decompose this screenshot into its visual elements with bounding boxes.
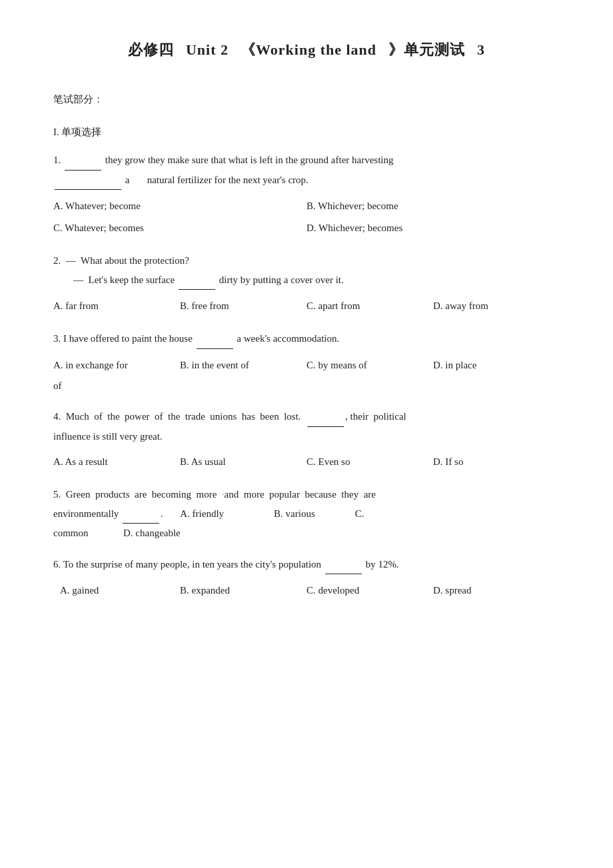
q1-optA: A. Whatever; become xyxy=(53,195,306,217)
q2-blank xyxy=(179,270,215,290)
q1-blank2 xyxy=(55,171,121,191)
q2-optD: D. away from xyxy=(433,295,560,317)
section1-label: I. 单项选择 xyxy=(53,126,560,139)
title-part4: 》单元测试 xyxy=(388,40,465,60)
q5-blank xyxy=(123,504,159,524)
q3-optB: B. in the event of xyxy=(180,354,306,376)
q6-blank xyxy=(325,555,362,575)
q5-highlight: · xyxy=(222,489,225,500)
q3-optA: A. in exchange for xyxy=(53,354,180,376)
question-4: 4. Much of the power of the trade unions… xyxy=(53,407,560,473)
question-6: 6. To the surprise of many people, in te… xyxy=(53,555,560,602)
title-part1: 必修四 xyxy=(128,40,174,60)
q4-optA: A. As a result xyxy=(53,451,180,473)
question-1: 1. they grow they make sure that what is… xyxy=(53,151,560,239)
q3-optC: C. by means of xyxy=(306,354,433,376)
q6-optA: A. gained xyxy=(53,580,180,602)
q6-optD: D. spread xyxy=(433,580,560,602)
q6-optC: C. developed xyxy=(306,580,433,602)
question-2: 2. — What about the protection? — Let's … xyxy=(53,251,560,317)
question-3: 3. I have offered to paint the house a w… xyxy=(53,329,560,395)
written-part-label: 笔试部分： xyxy=(53,93,560,106)
title-part2: Unit 2 xyxy=(186,41,229,59)
q1-optC: C. Whatever; becomes xyxy=(53,217,306,239)
q6-optB: B. expanded xyxy=(180,580,306,602)
q1-optD: D. Whichever; becomes xyxy=(306,217,560,239)
q4-optD: D. If so xyxy=(433,451,560,473)
q4-optB: B. As usual xyxy=(180,451,306,473)
q2-optB: B. free from xyxy=(180,295,306,317)
q4-blank xyxy=(307,407,344,427)
question-5: 5. Green products are becoming more ·and… xyxy=(53,485,560,543)
title-part5: 3 xyxy=(477,41,485,59)
q3-blank xyxy=(197,329,233,349)
q2-optA: A. far from xyxy=(53,295,180,317)
q3-optD: D. in place xyxy=(433,354,560,376)
q1-optB: B. Whichever; become xyxy=(306,195,560,217)
q1-blank1 xyxy=(65,151,101,171)
q1-number: 1. xyxy=(53,155,63,165)
title-part3: 《Working the land xyxy=(241,40,376,60)
q4-optC: C. Even so xyxy=(306,451,433,473)
q2-optC: C. apart from xyxy=(306,295,433,317)
